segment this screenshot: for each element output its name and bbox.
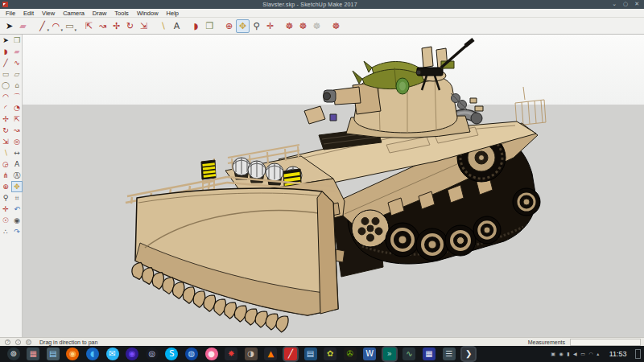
protractor-tool[interactable]: ◶	[0, 158, 11, 170]
system-monitor-icon[interactable]: ∿	[402, 348, 415, 360]
orbit-tool[interactable]: ⊕	[0, 181, 11, 192]
instructor-help-icon[interactable]: ?	[5, 339, 10, 345]
pan-tool-button[interactable]: ✥	[236, 19, 250, 33]
follow-me-tool-button[interactable]: ↝	[96, 19, 109, 33]
drawing-viewport[interactable]	[23, 35, 644, 337]
menu-item[interactable]: Help	[163, 9, 183, 18]
zoom-window-tool[interactable]: ⌗	[11, 192, 23, 204]
battery-tray-icon[interactable]: ▮	[567, 346, 569, 362]
menu-item[interactable]: Tools	[110, 9, 133, 18]
extension-b-tool-button[interactable]: ☸	[296, 19, 310, 33]
menu-item[interactable]: View	[38, 9, 59, 18]
skype-icon[interactable]: S	[165, 348, 178, 360]
move-tool-button[interactable]: ✢	[109, 19, 123, 33]
rotated-rectangle-tool[interactable]: ▱	[11, 68, 23, 80]
zoom-extents-tool-button[interactable]: ✛	[263, 19, 277, 33]
offset-tool[interactable]: ◎	[11, 136, 23, 147]
zoom-tool-button[interactable]: ⚲	[250, 19, 263, 33]
browser-icon[interactable]: ◍	[185, 348, 198, 360]
menu-item[interactable]: Window	[133, 9, 163, 18]
info-help-icon[interactable]: i	[15, 339, 21, 345]
volume-tray-icon[interactable]: ◀	[573, 346, 577, 362]
axes-tool[interactable]: ⋔	[0, 170, 11, 181]
menu-item[interactable]: Draw	[89, 9, 111, 18]
make-component-tool[interactable]: ❒	[11, 35, 23, 46]
eraser-tool[interactable]: ▰	[11, 46, 23, 57]
walk-tool[interactable]: ∴	[0, 226, 11, 237]
nightly-browser-icon[interactable]: ◉	[126, 348, 138, 360]
next-view-tool[interactable]: ↷	[11, 226, 23, 237]
three-point-arc-tool[interactable]: ◜	[0, 102, 11, 113]
network-tray-icon[interactable]: ◠	[588, 346, 592, 362]
extension-a-tool-button[interactable]: ☸	[283, 19, 296, 33]
steam-icon[interactable]: ◎	[146, 348, 159, 360]
follow-me-tool[interactable]: ↝	[11, 125, 23, 136]
two-point-arc-tool[interactable]: ⌒	[11, 91, 23, 102]
polygon-tool[interactable]: ⌂	[11, 80, 23, 91]
orbit-tool-button[interactable]: ⊕	[222, 19, 236, 33]
menu-item[interactable]: Edit	[19, 9, 38, 18]
gimp-icon[interactable]: ◑	[245, 348, 258, 360]
mail-icon[interactable]: ✉	[106, 348, 119, 360]
titlebar[interactable]: Slavster.skp - SketchUp Make 2017 ⌄ ○ ✕	[0, 0, 644, 9]
push-pull-tool-button[interactable]: ⇱	[82, 19, 96, 33]
show-desktop-button[interactable]	[635, 349, 641, 359]
update-tray-icon[interactable]: ◉	[559, 346, 564, 362]
taskbar-clock[interactable]: 11:53	[609, 350, 627, 358]
push-pull-tool[interactable]: ⇱	[11, 113, 23, 125]
vlc-icon[interactable]: ▲	[264, 348, 277, 360]
credits-help-icon[interactable]: ©	[26, 339, 31, 345]
maximize-button[interactable]: ○	[623, 0, 628, 9]
red-app-icon[interactable]: ✸	[225, 348, 237, 360]
move-tool[interactable]: ✢	[0, 113, 11, 125]
minimize-button[interactable]: ⌄	[612, 0, 617, 9]
measurements-input[interactable]	[570, 339, 641, 346]
nvidia-icon[interactable]: ✇	[344, 348, 357, 360]
music-icon[interactable]: ●	[205, 348, 218, 360]
paint-bucket-tool-button[interactable]: ◗	[189, 19, 203, 33]
select-tool[interactable]: ➤	[0, 35, 11, 46]
expand-tray-icon[interactable]: ▴	[597, 346, 599, 362]
pie-tool[interactable]: ◔	[11, 102, 23, 113]
rectangle-tool[interactable]: ▭	[0, 68, 11, 80]
select-tool-button[interactable]: ➤	[2, 19, 16, 33]
tape-measure-tool-button[interactable]: ∖	[156, 19, 170, 33]
libreoffice-icon[interactable]: ✿	[324, 348, 336, 360]
previous-view-tool[interactable]: ↶	[11, 204, 23, 215]
settings-sliders-icon[interactable]: ☰	[443, 348, 456, 360]
position-camera-tool[interactable]: ☉	[0, 215, 11, 226]
scale-tool-button[interactable]: ⇲	[137, 19, 151, 33]
arc-tool[interactable]: ◠	[0, 91, 11, 102]
app-menu-icon[interactable]: ⊚	[7, 348, 20, 360]
make-component-tool-button[interactable]: ❒	[203, 19, 217, 33]
rotate-tool-button[interactable]: ↻	[123, 19, 137, 33]
arcs-tool-button[interactable]: ◠ ▾	[49, 19, 63, 33]
office-icon[interactable]: ▤	[304, 348, 317, 360]
edge-icon[interactable]: ◖	[86, 348, 99, 360]
firefox-icon[interactable]: ◉	[66, 348, 79, 360]
paint-bucket-tool[interactable]: ◗	[0, 46, 11, 57]
dimensions-tool[interactable]: ↔	[11, 147, 23, 158]
calculator-icon[interactable]: ▦	[423, 348, 436, 360]
line-tool-button[interactable]: ╱ ▾	[35, 19, 49, 33]
display-tray-icon[interactable]: ▭	[580, 346, 585, 362]
pan-tool[interactable]: ✥	[11, 181, 23, 192]
extension-d-tool-button[interactable]: ☸	[329, 19, 343, 33]
line-tool[interactable]: ╱	[0, 57, 11, 68]
menu-item[interactable]: Camera	[59, 9, 89, 18]
look-around-tool[interactable]: ◉	[11, 215, 23, 226]
three-d-text-tool[interactable]: Ⓐ	[11, 170, 23, 181]
sketchup-icon[interactable]: ╱	[284, 348, 297, 360]
word-icon[interactable]: W	[363, 348, 376, 360]
text-tool[interactable]: A	[11, 158, 23, 170]
scale-tool[interactable]: ⇲	[0, 136, 11, 147]
freehand-tool[interactable]: ∿	[11, 57, 23, 68]
rotate-tool[interactable]: ↻	[0, 125, 11, 136]
text-tool-button[interactable]: A	[170, 19, 184, 33]
circle-tool[interactable]: ◯	[0, 80, 11, 91]
extension-c-tool-button[interactable]: ☸	[310, 19, 324, 33]
clipboard-tray-icon[interactable]: ▣	[551, 346, 555, 362]
zoom-tool[interactable]: ⚲	[0, 192, 11, 204]
eraser-tool-button[interactable]: ▰	[16, 19, 30, 33]
menu-item[interactable]: File	[2, 9, 19, 18]
